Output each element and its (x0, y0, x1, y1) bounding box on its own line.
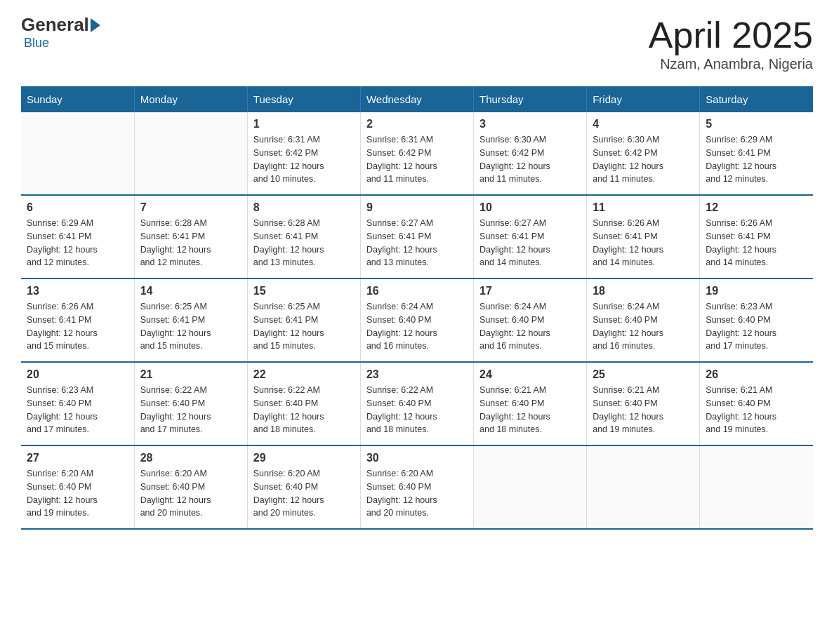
day-detail: Sunrise: 6:29 AMSunset: 6:41 PMDaylight:… (27, 217, 128, 269)
header-cell-sunday: Sunday (21, 86, 134, 112)
day-cell: 9Sunrise: 6:27 AMSunset: 6:41 PMDaylight… (360, 195, 473, 279)
day-cell: 6Sunrise: 6:29 AMSunset: 6:41 PMDaylight… (21, 195, 134, 279)
day-detail: Sunrise: 6:23 AMSunset: 6:40 PMDaylight:… (706, 300, 807, 353)
day-detail: Sunrise: 6:29 AMSunset: 6:41 PMDaylight:… (706, 133, 807, 186)
day-number: 18 (593, 285, 694, 297)
day-number: 2 (366, 118, 468, 130)
day-number: 24 (479, 368, 581, 381)
logo-blue-text: Blue (24, 36, 49, 50)
day-cell: 17Sunrise: 6:24 AMSunset: 6:40 PMDayligh… (474, 279, 587, 362)
day-number: 26 (706, 368, 807, 381)
day-cell: 23Sunrise: 6:22 AMSunset: 6:40 PMDayligh… (360, 362, 473, 445)
day-detail: Sunrise: 6:30 AMSunset: 6:42 PMDaylight:… (479, 133, 581, 186)
day-number: 16 (366, 285, 468, 297)
day-number: 30 (366, 452, 468, 464)
day-cell: 22Sunrise: 6:22 AMSunset: 6:40 PMDayligh… (247, 362, 360, 445)
header-cell-wednesday: Wednesday (360, 86, 473, 112)
day-number: 14 (140, 285, 241, 297)
day-number: 23 (366, 368, 468, 381)
header-cell-tuesday: Tuesday (247, 86, 360, 112)
day-detail: Sunrise: 6:24 AMSunset: 6:40 PMDaylight:… (366, 300, 468, 353)
day-detail: Sunrise: 6:20 AMSunset: 6:40 PMDaylight:… (366, 467, 468, 520)
day-detail: Sunrise: 6:20 AMSunset: 6:40 PMDaylight:… (140, 467, 241, 520)
day-cell (587, 445, 700, 529)
day-number: 19 (706, 285, 807, 297)
day-number: 4 (593, 118, 694, 130)
day-detail: Sunrise: 6:23 AMSunset: 6:40 PMDaylight:… (27, 384, 128, 436)
day-detail: Sunrise: 6:21 AMSunset: 6:40 PMDaylight:… (593, 384, 694, 436)
day-number: 10 (479, 201, 581, 214)
day-number: 9 (366, 201, 468, 214)
day-cell: 19Sunrise: 6:23 AMSunset: 6:40 PMDayligh… (700, 279, 813, 362)
week-row-3: 13Sunrise: 6:26 AMSunset: 6:41 PMDayligh… (21, 279, 813, 362)
day-cell: 10Sunrise: 6:27 AMSunset: 6:41 PMDayligh… (474, 195, 587, 279)
logo-arrow-icon (91, 18, 100, 32)
day-detail: Sunrise: 6:31 AMSunset: 6:42 PMDaylight:… (253, 133, 355, 186)
day-number: 1 (253, 118, 355, 130)
day-detail: Sunrise: 6:27 AMSunset: 6:41 PMDaylight:… (479, 217, 581, 269)
day-cell: 5Sunrise: 6:29 AMSunset: 6:41 PMDaylight… (700, 112, 813, 195)
day-cell: 16Sunrise: 6:24 AMSunset: 6:40 PMDayligh… (360, 279, 473, 362)
day-cell (700, 445, 813, 529)
day-number: 29 (253, 452, 355, 464)
day-detail: Sunrise: 6:28 AMSunset: 6:41 PMDaylight:… (253, 217, 355, 269)
day-detail: Sunrise: 6:24 AMSunset: 6:40 PMDaylight:… (479, 300, 581, 353)
day-number: 8 (253, 201, 355, 214)
day-cell: 3Sunrise: 6:30 AMSunset: 6:42 PMDaylight… (474, 112, 587, 195)
week-row-4: 20Sunrise: 6:23 AMSunset: 6:40 PMDayligh… (21, 362, 813, 445)
logo-general-text: General (21, 14, 89, 36)
day-detail: Sunrise: 6:22 AMSunset: 6:40 PMDaylight:… (253, 384, 355, 436)
calendar-table: SundayMondayTuesdayWednesdayThursdayFrid… (21, 86, 813, 530)
day-cell: 7Sunrise: 6:28 AMSunset: 6:41 PMDaylight… (134, 195, 247, 279)
day-cell: 14Sunrise: 6:25 AMSunset: 6:41 PMDayligh… (134, 279, 247, 362)
header-cell-friday: Friday (587, 86, 700, 112)
day-detail: Sunrise: 6:31 AMSunset: 6:42 PMDaylight:… (366, 133, 468, 186)
title-block: April 2025 Nzam, Anambra, Nigeria (649, 14, 813, 72)
day-cell: 25Sunrise: 6:21 AMSunset: 6:40 PMDayligh… (587, 362, 700, 445)
day-number: 21 (140, 368, 241, 381)
week-row-5: 27Sunrise: 6:20 AMSunset: 6:40 PMDayligh… (21, 445, 813, 529)
day-detail: Sunrise: 6:21 AMSunset: 6:40 PMDaylight:… (479, 384, 581, 436)
day-number: 20 (27, 368, 128, 381)
day-number: 5 (706, 118, 807, 130)
day-number: 6 (27, 201, 128, 214)
day-cell: 13Sunrise: 6:26 AMSunset: 6:41 PMDayligh… (21, 279, 134, 362)
day-number: 17 (479, 285, 581, 297)
day-detail: Sunrise: 6:27 AMSunset: 6:41 PMDaylight:… (366, 217, 468, 269)
day-detail: Sunrise: 6:30 AMSunset: 6:42 PMDaylight:… (593, 133, 694, 186)
day-number: 12 (706, 201, 807, 214)
day-cell: 8Sunrise: 6:28 AMSunset: 6:41 PMDaylight… (247, 195, 360, 279)
day-detail: Sunrise: 6:26 AMSunset: 6:41 PMDaylight:… (706, 217, 807, 269)
day-detail: Sunrise: 6:26 AMSunset: 6:41 PMDaylight:… (27, 300, 128, 353)
calendar-subtitle: Nzam, Anambra, Nigeria (649, 56, 813, 72)
day-detail: Sunrise: 6:21 AMSunset: 6:40 PMDaylight:… (706, 384, 807, 436)
calendar-title: April 2025 (649, 14, 813, 56)
day-cell: 18Sunrise: 6:24 AMSunset: 6:40 PMDayligh… (587, 279, 700, 362)
day-number: 25 (593, 368, 694, 381)
day-cell: 12Sunrise: 6:26 AMSunset: 6:41 PMDayligh… (700, 195, 813, 279)
day-detail: Sunrise: 6:22 AMSunset: 6:40 PMDaylight:… (140, 384, 241, 436)
logo: General Blue (21, 14, 102, 51)
day-number: 7 (140, 201, 241, 214)
calendar-header: SundayMondayTuesdayWednesdayThursdayFrid… (21, 86, 813, 112)
header-cell-thursday: Thursday (474, 86, 587, 112)
day-detail: Sunrise: 6:22 AMSunset: 6:40 PMDaylight:… (366, 384, 468, 436)
day-number: 15 (253, 285, 355, 297)
header-cell-monday: Monday (134, 86, 247, 112)
day-cell: 21Sunrise: 6:22 AMSunset: 6:40 PMDayligh… (134, 362, 247, 445)
day-cell: 30Sunrise: 6:20 AMSunset: 6:40 PMDayligh… (360, 445, 473, 529)
day-detail: Sunrise: 6:26 AMSunset: 6:41 PMDaylight:… (593, 217, 694, 269)
day-detail: Sunrise: 6:25 AMSunset: 6:41 PMDaylight:… (140, 300, 241, 353)
day-cell: 27Sunrise: 6:20 AMSunset: 6:40 PMDayligh… (21, 445, 134, 529)
day-detail: Sunrise: 6:20 AMSunset: 6:40 PMDaylight:… (27, 467, 128, 520)
day-number: 22 (253, 368, 355, 381)
day-cell: 15Sunrise: 6:25 AMSunset: 6:41 PMDayligh… (247, 279, 360, 362)
page-header: General Blue April 2025 Nzam, Anambra, N… (21, 14, 813, 72)
day-cell: 2Sunrise: 6:31 AMSunset: 6:42 PMDaylight… (360, 112, 473, 195)
day-cell: 1Sunrise: 6:31 AMSunset: 6:42 PMDaylight… (247, 112, 360, 195)
day-detail: Sunrise: 6:24 AMSunset: 6:40 PMDaylight:… (593, 300, 694, 353)
day-cell: 28Sunrise: 6:20 AMSunset: 6:40 PMDayligh… (134, 445, 247, 529)
calendar-body: 1Sunrise: 6:31 AMSunset: 6:42 PMDaylight… (21, 112, 813, 529)
day-cell: 26Sunrise: 6:21 AMSunset: 6:40 PMDayligh… (700, 362, 813, 445)
day-detail: Sunrise: 6:25 AMSunset: 6:41 PMDaylight:… (253, 300, 355, 353)
